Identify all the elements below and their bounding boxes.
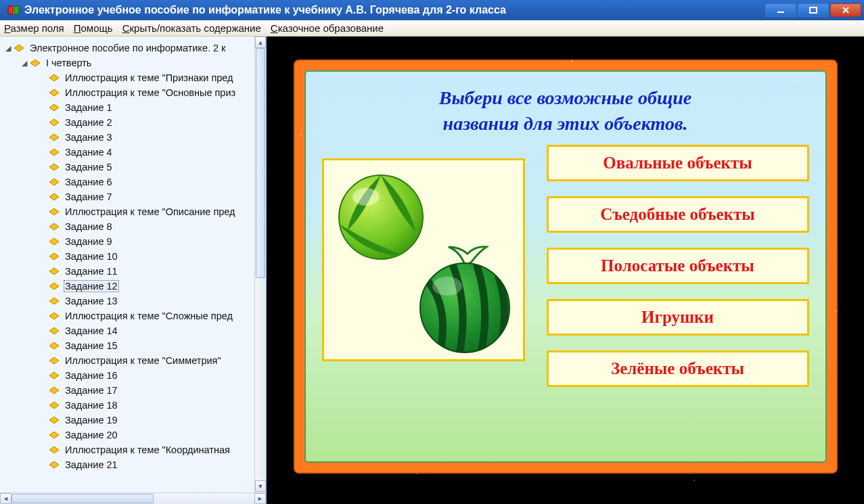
tree-item-label: Задание 7: [64, 191, 114, 202]
tree-item[interactable]: Задание 20: [0, 428, 266, 442]
tree-item-label: Задание 21: [64, 459, 119, 470]
tree-item[interactable]: Задание 12: [0, 279, 266, 294]
tree-twisty-icon[interactable]: ◢: [4, 44, 12, 53]
maximize-button[interactable]: [798, 3, 829, 17]
svg-marker-27: [49, 372, 59, 379]
tree-item[interactable]: Иллюстрация к теме "Описание пред: [0, 204, 266, 219]
svg-point-39: [432, 277, 462, 296]
tree-item[interactable]: Задание 3: [0, 130, 266, 145]
tree-item[interactable]: Иллюстрация к теме "Симметрия": [0, 353, 266, 368]
tree-item-label: Электронное пособие по информатике. 2 к: [28, 43, 227, 53]
tree-item[interactable]: Задание 4: [0, 145, 266, 160]
menu-item-fairy-education[interactable]: Сказочное образование: [271, 22, 384, 34]
tree-item[interactable]: Задание 15: [0, 338, 266, 353]
svg-marker-9: [49, 104, 59, 111]
contents-tree[interactable]: ◢Электронное пособие по информатике. 2 к…: [0, 37, 266, 492]
answer-oval[interactable]: Овальные объекты: [547, 145, 809, 181]
tree-item[interactable]: Иллюстрация к теме "Признаки пред: [0, 70, 266, 85]
svg-marker-20: [49, 268, 59, 275]
tree-root[interactable]: ◢Электронное пособие по информатике. 2 к: [0, 41, 266, 55]
vertical-scroll-thumb[interactable]: [256, 48, 265, 278]
tree-item-label: Задание 9: [64, 236, 114, 247]
tree-item[interactable]: Задание 16: [0, 368, 266, 383]
svg-marker-17: [49, 223, 59, 230]
tree-item[interactable]: Задание 2: [0, 115, 266, 130]
tree-item[interactable]: Задание 18: [0, 398, 266, 413]
svg-marker-11: [49, 134, 59, 141]
tree-item[interactable]: Задание 11: [0, 264, 266, 279]
svg-marker-12: [49, 149, 59, 156]
menu-item-field-size[interactable]: Размер поля: [4, 22, 64, 34]
svg-marker-19: [49, 253, 59, 260]
tree-item[interactable]: Задание 21: [0, 457, 266, 472]
svg-marker-5: [14, 45, 24, 51]
tree-item[interactable]: Задание 19: [0, 413, 266, 428]
svg-marker-31: [49, 432, 59, 438]
answer-edible[interactable]: Съедобные объекты: [547, 196, 809, 233]
svg-marker-16: [49, 208, 59, 215]
svg-marker-22: [49, 298, 59, 304]
tree-item-label: Задание 17: [64, 385, 119, 396]
svg-marker-13: [49, 164, 59, 170]
tree-item[interactable]: Иллюстрация к теме "Основные приз: [0, 85, 266, 100]
tree-item-label: Задание 19: [64, 415, 119, 426]
tree-twisty-icon[interactable]: ◢: [20, 59, 28, 68]
svg-marker-28: [49, 387, 59, 394]
tree-item[interactable]: Задание 7: [0, 189, 266, 204]
tree-item[interactable]: Задание 1: [0, 100, 266, 115]
scroll-right-button[interactable]: ►: [254, 493, 266, 504]
scroll-left-button[interactable]: ◄: [0, 493, 12, 504]
tree-item[interactable]: Иллюстрация к теме "Координатная: [0, 442, 266, 457]
slide-panel: Выбери все возможные общие названия для …: [304, 70, 827, 463]
answer-toys[interactable]: Игрушки: [547, 299, 809, 336]
svg-marker-25: [49, 342, 59, 349]
tree-item[interactable]: Задание 6: [0, 175, 266, 189]
svg-rect-4: [810, 7, 817, 13]
tree-item[interactable]: Задание 14: [0, 323, 266, 338]
tree-item-label: Задание 10: [64, 251, 119, 262]
svg-marker-15: [49, 193, 59, 200]
tree-item[interactable]: Задание 8: [0, 219, 266, 234]
svg-marker-32: [49, 446, 59, 453]
horizontal-scroll-thumb[interactable]: [12, 494, 154, 503]
svg-marker-7: [49, 74, 59, 81]
tree-item-label: Иллюстрация к теме "Сложные пред: [64, 311, 234, 321]
tree-item-label: Задание 3: [64, 132, 114, 143]
vertical-scrollbar[interactable]: ▲ ▼: [254, 37, 266, 492]
tree-item-label: Задание 4: [64, 147, 114, 158]
tree-item[interactable]: Задание 13: [0, 294, 266, 308]
menu-item-help[interactable]: Помощь: [74, 22, 113, 34]
svg-marker-18: [49, 238, 59, 245]
close-button[interactable]: [830, 3, 861, 17]
minimize-button[interactable]: [765, 3, 796, 17]
window-titlebar: Электронное учебное пособие по информати…: [0, 0, 864, 20]
answer-green[interactable]: Зелёные объекты: [547, 350, 809, 387]
svg-rect-1: [14, 6, 19, 14]
watermelon-object: [404, 242, 519, 357]
tree-item[interactable]: Иллюстрация к теме "Сложные пред: [0, 308, 266, 323]
svg-marker-29: [49, 402, 59, 409]
horizontal-scrollbar[interactable]: ◄ ►: [0, 492, 266, 504]
tree-item[interactable]: Задание 17: [0, 383, 266, 398]
tree-item[interactable]: Задание 5: [0, 160, 266, 175]
tree-item-label: Задание 8: [64, 221, 114, 232]
svg-marker-33: [49, 461, 59, 468]
tree-item[interactable]: Задание 10: [0, 249, 266, 264]
tree-item[interactable]: Задание 9: [0, 234, 266, 249]
tree-section[interactable]: ◢I четверть: [0, 55, 266, 70]
scroll-up-button[interactable]: ▲: [255, 37, 266, 48]
contents-sidebar: ◢Электронное пособие по информатике. 2 к…: [0, 37, 267, 504]
scroll-down-button[interactable]: ▼: [255, 480, 266, 492]
svg-marker-24: [49, 327, 59, 334]
tree-item-label: Иллюстрация к теме "Описание пред: [64, 206, 237, 217]
svg-point-36: [353, 188, 380, 206]
menu-item-toggle-contents[interactable]: Скрыть/показать содержание: [122, 22, 261, 34]
svg-marker-8: [49, 89, 59, 96]
task-prompt: Выбери все возможные общие названия для …: [322, 85, 809, 137]
svg-marker-26: [49, 357, 59, 364]
answer-striped[interactable]: Полосатые объекты: [547, 248, 809, 284]
tree-item-label: Задание 5: [64, 162, 114, 173]
slide-frame: Выбери все возможные общие названия для …: [294, 60, 838, 474]
tree-item-label: Задание 1: [64, 102, 114, 113]
tree-item-label: Задание 15: [64, 340, 119, 351]
